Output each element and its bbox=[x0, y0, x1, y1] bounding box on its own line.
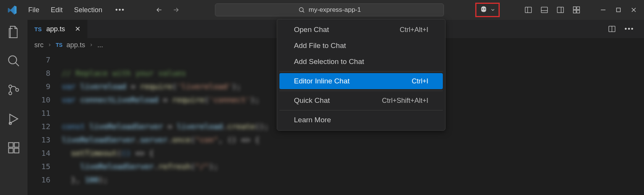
titlebar: File Edit Selection ••• my-express-app-1 bbox=[0, 0, 644, 20]
menubar: File Edit Selection bbox=[23, 4, 108, 16]
svg-point-18 bbox=[16, 88, 19, 91]
ts-badge-icon: TS bbox=[34, 26, 42, 32]
tab-close-icon[interactable]: ✕ bbox=[75, 25, 81, 33]
menu-file[interactable]: File bbox=[23, 4, 45, 16]
svg-point-16 bbox=[9, 85, 12, 88]
breadcrumb-trail[interactable]: ... bbox=[97, 41, 103, 49]
menu-selection[interactable]: Selection bbox=[69, 4, 108, 16]
nav-forward-icon[interactable] bbox=[172, 6, 180, 14]
run-debug-icon[interactable] bbox=[7, 112, 21, 126]
menu-edit[interactable]: Edit bbox=[45, 4, 68, 16]
vscode-logo-icon bbox=[7, 5, 18, 15]
menu-add-file-to-chat[interactable]: Add File to Chat bbox=[279, 38, 443, 54]
panel-right-icon[interactable] bbox=[556, 6, 565, 14]
svg-rect-7 bbox=[573, 7, 576, 10]
command-center[interactable]: my-express-app-1 bbox=[215, 3, 444, 16]
minimize-icon[interactable] bbox=[600, 7, 606, 13]
breadcrumb-src[interactable]: src bbox=[34, 41, 44, 49]
tab-filename: app.ts bbox=[46, 25, 65, 33]
breadcrumb-file[interactable]: app.ts bbox=[66, 41, 85, 49]
maximize-icon[interactable] bbox=[616, 7, 621, 13]
svg-rect-22 bbox=[15, 149, 19, 153]
copilot-icon bbox=[479, 6, 488, 14]
svg-rect-10 bbox=[577, 10, 579, 13]
more-actions-icon[interactable]: ••• bbox=[625, 25, 634, 33]
svg-rect-1 bbox=[525, 7, 532, 13]
panel-left-icon[interactable] bbox=[524, 6, 533, 14]
svg-rect-8 bbox=[577, 7, 579, 10]
menu-editor-inline-chat[interactable]: Editor Inline Chat Ctrl+I bbox=[279, 73, 443, 89]
dropdown-separator bbox=[279, 71, 443, 72]
svg-rect-21 bbox=[9, 149, 13, 153]
close-icon[interactable] bbox=[631, 7, 636, 13]
breadcrumb-ts-icon: TS bbox=[56, 42, 63, 48]
chevron-down-icon bbox=[490, 7, 496, 13]
split-editor-icon[interactable] bbox=[608, 25, 616, 33]
svg-rect-9 bbox=[573, 10, 576, 13]
panel-bottom-icon[interactable] bbox=[540, 6, 549, 14]
gutter: 7 8 9 10 11 12 13 14 15 16 bbox=[27, 52, 62, 195]
dropdown-separator bbox=[279, 110, 443, 110]
chevron-right-icon bbox=[89, 43, 94, 47]
copilot-dropdown-menu: Open Chat Ctrl+Alt+I Add File to Chat Ad… bbox=[277, 19, 445, 131]
svg-point-15 bbox=[9, 56, 17, 64]
menu-overflow[interactable]: ••• bbox=[109, 4, 131, 16]
dropdown-separator bbox=[279, 91, 443, 91]
svg-rect-3 bbox=[541, 7, 548, 13]
extensions-icon[interactable] bbox=[7, 141, 21, 155]
explorer-icon[interactable] bbox=[7, 25, 21, 39]
menu-quick-chat[interactable]: Quick Chat Ctrl+Shift+Alt+I bbox=[279, 93, 443, 109]
menu-add-selection-to-chat[interactable]: Add Selection to Chat bbox=[279, 54, 443, 70]
layout-controls bbox=[524, 6, 581, 14]
command-center-text: my-express-app-1 bbox=[309, 6, 361, 14]
search-icon bbox=[298, 6, 305, 13]
activity-bar bbox=[0, 20, 27, 195]
svg-point-17 bbox=[9, 92, 12, 95]
tab-app-ts[interactable]: TS app.ts ✕ bbox=[27, 20, 88, 38]
nav-arrows bbox=[155, 6, 180, 14]
svg-rect-20 bbox=[9, 143, 13, 147]
copilot-button-highlighted[interactable] bbox=[475, 3, 500, 17]
nav-back-icon[interactable] bbox=[155, 6, 163, 14]
chevron-right-icon bbox=[47, 43, 52, 47]
window-controls bbox=[600, 7, 636, 13]
layout-customize-icon[interactable] bbox=[572, 6, 581, 14]
menu-learn-more[interactable]: Learn More bbox=[279, 112, 443, 128]
tab-actions: ••• bbox=[608, 25, 640, 33]
menu-open-chat[interactable]: Open Chat Ctrl+Alt+I bbox=[279, 22, 443, 38]
search-activity-icon[interactable] bbox=[7, 54, 21, 68]
svg-point-0 bbox=[299, 8, 303, 12]
svg-rect-5 bbox=[557, 7, 564, 13]
svg-rect-23 bbox=[15, 143, 19, 147]
svg-rect-12 bbox=[617, 8, 620, 12]
source-control-icon[interactable] bbox=[7, 83, 21, 97]
